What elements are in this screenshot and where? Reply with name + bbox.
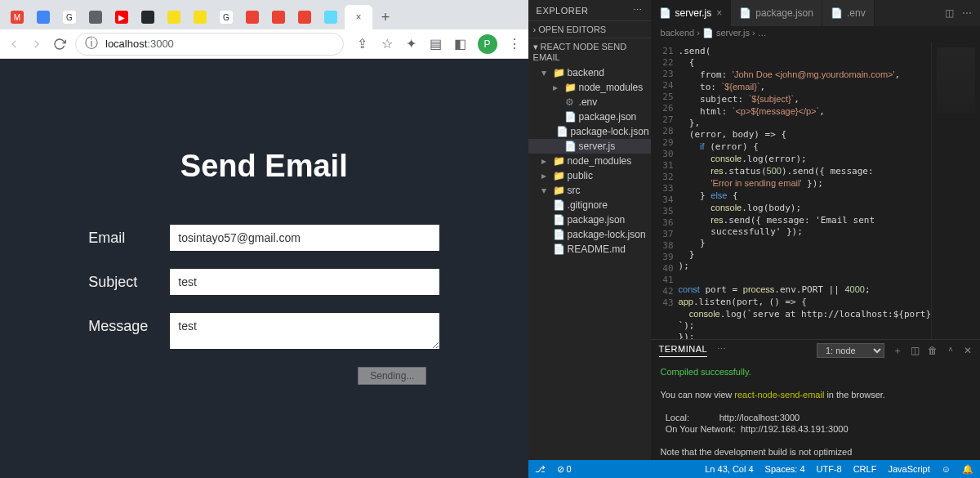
editor-tab[interactable]: 📄server.js× [651, 0, 732, 26]
minimap[interactable] [931, 42, 980, 339]
terminal-selector[interactable]: 1: node [817, 343, 884, 358]
close-panel-icon[interactable]: ✕ [964, 345, 972, 356]
file-icon: 📄 [831, 7, 842, 19]
terminal-line [661, 377, 970, 389]
terminal-tab[interactable]: TERMINAL [659, 344, 708, 357]
browser-tab[interactable] [266, 5, 291, 29]
tree-item[interactable]: 📄.gitignore [528, 198, 651, 212]
maximize-panel-icon[interactable]: ＾ [946, 344, 956, 358]
file-icon: 📄 [556, 126, 568, 137]
browser-tab[interactable] [318, 5, 343, 29]
tree-item[interactable]: 📄package-lock.json [528, 124, 651, 139]
browser-tab-active[interactable]: × [345, 5, 372, 29]
tree-item-label: README.md [568, 243, 626, 255]
tree-item[interactable]: ▸📁public [528, 168, 651, 183]
tree-item[interactable]: 📄package-lock.json [528, 227, 651, 242]
bottom-panel: TERMINAL ⋯ 1: node ＋ ◫ 🗑 ＾ ✕ Compiled su… [651, 339, 980, 478]
tree-item-label: server.js [579, 141, 616, 152]
notifications-icon[interactable]: 🔔 [962, 464, 973, 475]
back-icon[interactable] [7, 37, 21, 51]
editor-tab[interactable]: 📄.env [822, 0, 875, 26]
reading-list-icon[interactable]: ▤ [429, 37, 443, 51]
tree-item[interactable]: ▾📁backend [528, 65, 651, 80]
favicon-icon [141, 11, 154, 24]
tree-item[interactable]: 📄server.js [528, 139, 651, 154]
browser-tab[interactable]: ▶ [109, 5, 134, 29]
file-icon: 📄 [553, 243, 564, 255]
browser-tab[interactable] [188, 5, 212, 29]
email-form: Email Subject Message Sending... [88, 225, 439, 385]
chevron-icon: ▸ [541, 170, 550, 181]
browser-tab[interactable] [292, 5, 317, 29]
tree-item-label: .gitignore [568, 199, 608, 211]
tree-item-label: node_modules [568, 155, 632, 167]
browser-tab[interactable] [136, 5, 160, 29]
address-bar[interactable]: ⓘ localhost:3000 [75, 33, 344, 56]
forward-icon[interactable] [29, 37, 44, 51]
status-encoding[interactable]: UTF-8 [817, 464, 842, 474]
code-editor[interactable]: 21 22 23 24 25 26 27 28 29 30 31 32 33 3… [651, 42, 980, 339]
errors-icon[interactable]: ⊘ 0 [557, 464, 572, 475]
browser-tab[interactable] [240, 5, 265, 29]
new-terminal-icon[interactable]: ＋ [893, 344, 902, 358]
favicon-icon [89, 11, 102, 24]
browser-tab[interactable] [31, 5, 56, 29]
file-icon: 📁 [553, 155, 564, 167]
share-icon[interactable]: ⇪ [355, 37, 370, 51]
browser-toolbar: ⓘ localhost:3000 ⇪ ☆ ✦ ▤ ◧ P ⋮ [0, 29, 528, 59]
terminal-line [661, 400, 970, 412]
terminal-line: You can now view react-node-send-email i… [661, 389, 970, 400]
feedback-icon[interactable]: ☺ [942, 464, 951, 474]
message-textarea[interactable] [170, 313, 439, 349]
split-editor-icon[interactable]: ◫ [945, 7, 954, 19]
tree-item[interactable]: 📄package.json [528, 109, 651, 124]
submit-button[interactable]: Sending... [358, 367, 426, 385]
bookmark-icon[interactable]: ☆ [380, 37, 394, 51]
editor-more-icon[interactable]: ⋯ [962, 7, 972, 19]
side-panel-icon[interactable]: ◧ [453, 37, 468, 51]
line-gutter: 21 22 23 24 25 26 27 28 29 30 31 32 33 3… [651, 42, 679, 339]
tree-item[interactable]: ▸📁node_modules [528, 80, 651, 95]
status-eol[interactable]: CRLF [853, 464, 877, 474]
browser-tab[interactable]: G [214, 5, 238, 29]
profile-avatar[interactable]: P [478, 34, 497, 54]
tree-item[interactable]: 📄package.json [528, 212, 651, 227]
browser-tab[interactable]: M [5, 5, 29, 29]
project-section[interactable]: ▾ REACT NODE SEND EMAIL [528, 38, 651, 65]
tree-item[interactable]: ▾📁src [528, 183, 651, 198]
tree-item-label: package.json [568, 214, 626, 226]
subject-input[interactable] [170, 269, 439, 295]
tree-item-label: public [568, 170, 593, 181]
favicon-icon: G [63, 11, 76, 24]
kill-terminal-icon[interactable]: 🗑 [928, 345, 938, 356]
tree-item[interactable]: 📄README.md [528, 242, 651, 257]
browser-tab[interactable] [83, 5, 108, 29]
status-lncol[interactable]: Ln 43, Col 4 [705, 464, 753, 474]
browser-tab[interactable] [162, 5, 186, 29]
more-icon[interactable]: ⋯ [633, 5, 643, 16]
remote-icon[interactable]: ⎇ [535, 464, 546, 475]
close-tab-icon[interactable]: × [355, 11, 361, 23]
reload-icon[interactable] [52, 37, 67, 51]
status-spaces[interactable]: Spaces: 4 [765, 464, 805, 474]
favicon-icon: ▶ [115, 11, 128, 24]
close-tab-icon[interactable]: × [716, 7, 722, 19]
email-input[interactable] [170, 225, 439, 251]
chrome-menu-icon[interactable]: ⋮ [507, 37, 522, 51]
editor-tab[interactable]: 📄package.json [731, 0, 822, 26]
favicon-icon [194, 11, 207, 24]
extensions-icon[interactable]: ✦ [404, 37, 419, 51]
panel-more-icon[interactable]: ⋯ [717, 344, 727, 357]
site-info-icon[interactable]: ⓘ [84, 37, 99, 51]
status-language[interactable]: JavaScript [888, 464, 929, 474]
breadcrumbs[interactable]: backend › 📄 server.js › … [651, 26, 980, 42]
chevron-icon: ▸ [541, 155, 550, 167]
open-editors-section[interactable]: › OPEN EDITORS [528, 20, 651, 38]
editor-tab-label: server.js [675, 7, 712, 19]
browser-tab[interactable]: G [57, 5, 82, 29]
new-tab-button[interactable]: + [374, 5, 397, 29]
split-terminal-icon[interactable]: ◫ [911, 345, 920, 356]
code-content[interactable]: .send( { from: 'John Doe <john@mg.yourdo… [679, 42, 931, 339]
tree-item[interactable]: ⚙.env [528, 95, 651, 109]
tree-item[interactable]: ▸📁node_modules [528, 154, 651, 168]
